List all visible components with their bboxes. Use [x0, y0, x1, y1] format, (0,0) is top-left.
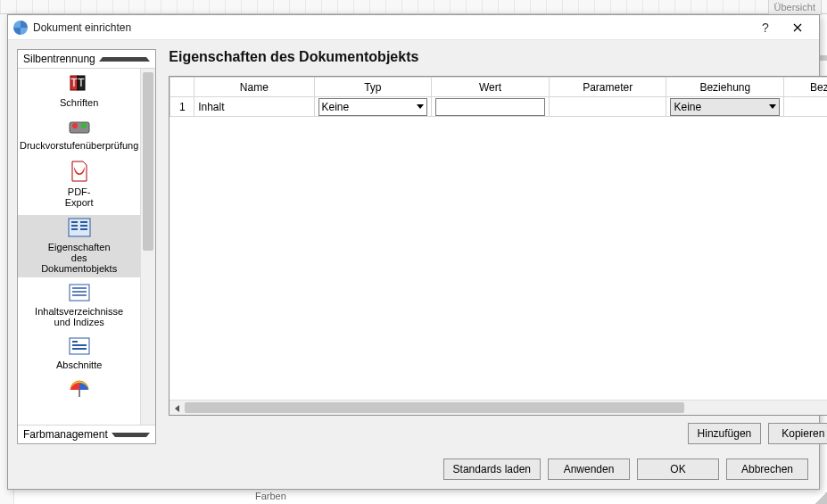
- help-button[interactable]: [749, 15, 782, 40]
- svg-text:T: T: [70, 77, 78, 89]
- col-value[interactable]: Wert: [432, 78, 550, 97]
- sidebar-item-color-management-icon[interactable]: [18, 377, 140, 406]
- dialog-button-row: Standards laden Anwenden OK Abbrechen: [8, 451, 819, 489]
- svg-rect-4: [70, 122, 89, 133]
- bg-panel-tab: Übersicht: [768, 0, 822, 15]
- ruler-top: [0, 0, 827, 14]
- properties-table: Name Typ Wert Parameter Beziehung Bezieh…: [170, 77, 827, 117]
- sidebar-item-label: Abschnitte: [20, 359, 138, 370]
- chevron-down-icon: [112, 433, 151, 437]
- sidebar-item-preflight[interactable]: Druckvorstufenüberprüfung: [18, 115, 140, 154]
- fonts-icon: TT: [67, 74, 92, 94]
- category-scrollbar[interactable]: [140, 69, 155, 425]
- sidebar-item-document-properties[interactable]: Eigenschaften des Dokumentobjekts: [18, 215, 140, 277]
- sidebar-item-label: PDF- Export: [20, 186, 138, 208]
- table-header-row: Name Typ Wert Parameter Beziehung Bezieh…: [170, 78, 827, 97]
- chevron-down-icon: [417, 104, 424, 109]
- cancel-button[interactable]: Abbrechen: [726, 459, 808, 480]
- category-footer[interactable]: Farbmanagement: [18, 425, 155, 443]
- cell-value[interactable]: [432, 97, 550, 117]
- toc-icon: [68, 283, 91, 302]
- titlebar: Dokument einrichten: [8, 15, 819, 40]
- type-value: Keine: [322, 101, 414, 113]
- row-number: 1: [170, 97, 194, 117]
- svg-rect-14: [70, 285, 89, 301]
- close-button[interactable]: [782, 15, 814, 40]
- svg-rect-19: [72, 341, 78, 343]
- main-panel: Eigenschaften des Dokumentobjekts Name T…: [169, 49, 827, 444]
- preflight-icon: [66, 117, 93, 136]
- cell-name[interactable]: Inhalt: [194, 97, 314, 117]
- relation-value: Keine: [674, 101, 765, 113]
- svg-rect-8: [71, 221, 78, 223]
- svg-rect-9: [71, 225, 78, 227]
- page-title: Eigenschaften des Dokumentobjekts: [169, 49, 827, 65]
- document-properties-icon: [67, 217, 92, 238]
- resize-grip-icon: [815, 492, 827, 504]
- sidebar-item-pdf-export[interactable]: PDF- Export: [18, 158, 140, 211]
- category-list: Silbentrennung TT Schriften Dr: [17, 49, 156, 444]
- document-setup-dialog: Dokument einrichten Silbentrennung TT Sc…: [7, 14, 820, 490]
- ok-button[interactable]: OK: [637, 459, 719, 480]
- cell-relation-to[interactable]: [784, 97, 827, 117]
- sidebar-item-fonts[interactable]: TT Schriften: [18, 72, 140, 112]
- relation-dropdown[interactable]: Keine: [670, 98, 780, 116]
- add-button[interactable]: Hinzufügen: [688, 423, 762, 444]
- sections-icon: [68, 336, 91, 356]
- chevron-up-icon: [99, 57, 151, 62]
- col-relation[interactable]: Beziehung: [666, 78, 784, 97]
- umbrella-icon: [68, 379, 91, 399]
- sidebar-item-label: Druckvorstufenüberprüfung: [20, 140, 138, 151]
- scroll-left-button[interactable]: [170, 401, 185, 416]
- sidebar-item-sections[interactable]: Abschnitte: [18, 335, 140, 374]
- scrollbar-thumb[interactable]: [143, 72, 153, 251]
- svg-text:T: T: [78, 77, 85, 89]
- svg-point-5: [72, 123, 78, 128]
- dialog-title: Dokument einrichten: [33, 21, 749, 34]
- app-icon: [13, 21, 28, 35]
- panel-button-row: Hinzufügen Kopieren Löschen Entfernen: [169, 423, 827, 444]
- copy-button[interactable]: Kopieren: [768, 423, 827, 444]
- type-dropdown[interactable]: Keine: [318, 98, 428, 116]
- pdf-icon: [69, 160, 90, 183]
- cell-relation[interactable]: Keine: [666, 97, 784, 117]
- svg-rect-20: [72, 344, 87, 346]
- svg-point-6: [81, 123, 87, 128]
- value-input[interactable]: [435, 98, 545, 116]
- sidebar-item-label: Eigenschaften des Dokumentobjekts: [20, 242, 138, 274]
- sidebar-item-label: Schriften: [20, 97, 138, 108]
- chevron-down-icon: [769, 104, 776, 109]
- col-type[interactable]: Typ: [314, 78, 432, 97]
- svg-rect-21: [72, 348, 87, 350]
- col-relation-to[interactable]: Beziehung zu: [784, 78, 827, 97]
- bg-panel-label: Farben: [255, 491, 286, 501]
- properties-table-frame: Name Typ Wert Parameter Beziehung Bezieh…: [169, 76, 827, 416]
- sidebar-item-label: Inhaltsverzeichnisse und Indizes: [20, 306, 138, 327]
- close-icon: [793, 23, 802, 32]
- svg-rect-11: [80, 221, 87, 223]
- category-footer-label: Farbmanagement: [23, 428, 108, 441]
- load-defaults-button[interactable]: Standards laden: [443, 459, 541, 480]
- cell-parameter[interactable]: [549, 97, 666, 117]
- scrollbar-track[interactable]: [185, 401, 827, 415]
- caret-left-icon: [175, 405, 179, 412]
- category-header[interactable]: Silbentrennung: [18, 50, 155, 69]
- col-parameter[interactable]: Parameter: [549, 78, 666, 97]
- apply-button[interactable]: Anwenden: [548, 459, 630, 480]
- col-rownum: [170, 78, 194, 97]
- table-row: 1 Inhalt Keine: [170, 97, 827, 117]
- col-name[interactable]: Name: [194, 78, 314, 97]
- table-h-scrollbar[interactable]: [170, 400, 827, 415]
- svg-rect-13: [80, 228, 87, 230]
- svg-rect-12: [80, 225, 87, 227]
- scrollbar-thumb[interactable]: [185, 402, 684, 413]
- svg-rect-10: [71, 228, 78, 230]
- category-header-label: Silbentrennung: [23, 53, 95, 65]
- sidebar-item-toc[interactable]: Inhaltsverzeichnisse und Indizes: [18, 281, 140, 331]
- cell-type[interactable]: Keine: [314, 97, 432, 117]
